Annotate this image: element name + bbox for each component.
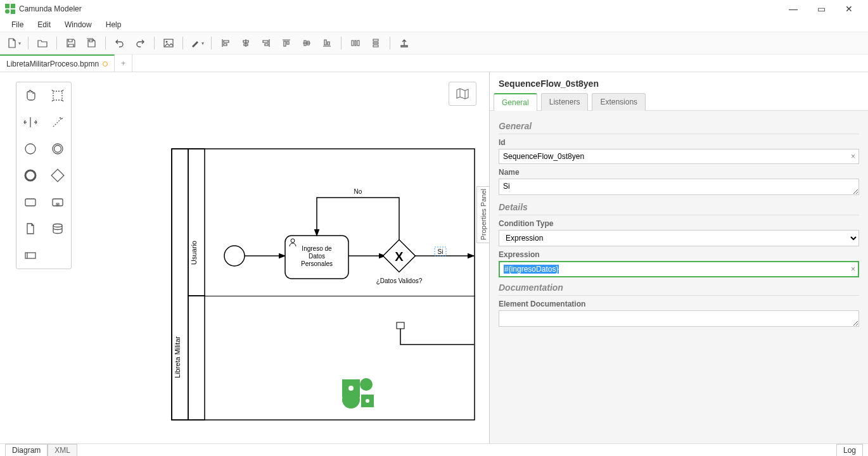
svg-rect-6 — [352, 41, 354, 46]
tab-extensions[interactable]: Extensions — [592, 93, 646, 111]
palette-gateway[interactable] — [44, 162, 71, 189]
group-documentation: Documentation — [499, 282, 859, 296]
align-right-button[interactable] — [257, 34, 275, 52]
palette-task[interactable] — [16, 189, 44, 215]
window-title: Camunda Modeler — [19, 4, 82, 13]
toolbar: ▾ ▾ — [0, 32, 868, 54]
canvas[interactable]: Properties Panel Libreta Militar Usuario… — [0, 72, 489, 443]
palette-group[interactable] — [44, 242, 71, 269]
tab-file-label: LibretaMilitarProceso.bpmn — [6, 60, 99, 68]
select-condition-type[interactable]: Expression — [499, 230, 859, 246]
svg-rect-8 — [357, 41, 359, 46]
main-area: Properties Panel Libreta Militar Usuario… — [0, 72, 868, 443]
distribute-v-button[interactable] — [367, 34, 385, 52]
svg-point-39 — [360, 378, 373, 391]
menu-edit[interactable]: Edit — [32, 19, 56, 30]
properties-panel-toggle[interactable]: Properties Panel — [476, 186, 489, 243]
bottom-tab-diagram[interactable]: Diagram — [5, 444, 48, 457]
distribute-h-button[interactable] — [347, 34, 364, 52]
menu-file[interactable]: File — [6, 19, 29, 30]
gateway-datos-validos[interactable]: X — [383, 240, 416, 272]
save-all-button[interactable] — [82, 34, 100, 52]
label-element-doc: Element Documentation — [499, 300, 859, 308]
open-file-button[interactable] — [34, 34, 51, 52]
bpmn-diagram: Libreta Militar Usuario Ingreso de Datos… — [171, 148, 475, 421]
palette — [16, 82, 72, 269]
svg-text:Personales: Personales — [301, 260, 333, 267]
align-bottom-button[interactable] — [318, 34, 336, 52]
group-general: General — [499, 121, 859, 134]
align-middle-button[interactable] — [298, 34, 316, 52]
svg-rect-1 — [11, 4, 15, 8]
close-button[interactable]: ✕ — [835, 0, 863, 18]
task-ingreso-label-1: Ingreso de — [302, 245, 332, 252]
palette-space-tool[interactable] — [16, 109, 44, 136]
label-name: Name — [499, 168, 859, 177]
color-button[interactable]: ▾ — [188, 34, 206, 52]
svg-point-16 — [25, 170, 35, 180]
gateway-label: ¿Datos Validos? — [376, 277, 423, 284]
input-id[interactable] — [499, 149, 859, 164]
palette-intermediate-event[interactable] — [44, 136, 71, 162]
properties-element-name: SequenceFlow_0st8yen — [490, 72, 868, 92]
properties-tabs: General Listeners Extensions — [490, 92, 868, 111]
input-name[interactable]: Si — [499, 179, 859, 195]
menu-help[interactable]: Help — [101, 19, 127, 30]
image-button[interactable] — [160, 34, 177, 52]
svg-point-13 — [25, 144, 35, 154]
palette-data-store[interactable] — [44, 215, 71, 242]
camunda-logo-icon — [342, 378, 374, 408]
palette-end-event[interactable] — [16, 162, 44, 189]
bottombar: Diagram XML Log — [0, 443, 868, 456]
svg-rect-17 — [51, 169, 64, 182]
tab-general[interactable]: General — [494, 93, 537, 111]
svg-rect-10 — [373, 42, 378, 44]
minimap-button[interactable] — [449, 82, 476, 106]
maximize-button[interactable]: ▭ — [807, 0, 835, 18]
palette-subprocess[interactable] — [44, 189, 71, 215]
palette-hand-tool[interactable] — [16, 82, 44, 109]
deploy-button[interactable] — [395, 34, 413, 52]
tab-file[interactable]: LibretaMilitarProceso.bpmn — [0, 54, 115, 72]
svg-rect-7 — [355, 41, 356, 46]
svg-rect-24 — [172, 149, 188, 420]
svg-rect-37 — [397, 322, 404, 329]
input-element-doc[interactable] — [499, 310, 859, 327]
clear-id-icon[interactable]: × — [851, 152, 855, 161]
palette-connect-tool[interactable] — [44, 109, 71, 136]
palette-start-event[interactable] — [16, 136, 44, 162]
tab-listeners[interactable]: Listeners — [541, 93, 589, 111]
palette-participant[interactable] — [16, 242, 44, 269]
svg-rect-0 — [5, 4, 10, 8]
svg-rect-27 — [205, 296, 475, 296]
dirty-indicator-icon — [103, 61, 108, 66]
bottom-log-button[interactable]: Log — [836, 444, 863, 457]
redo-button[interactable] — [131, 34, 149, 52]
svg-rect-25 — [188, 149, 205, 296]
save-button[interactable] — [62, 34, 80, 52]
menu-window[interactable]: Window — [60, 19, 97, 30]
clear-expression-icon[interactable]: × — [851, 265, 855, 274]
pool-label: Libreta Militar — [174, 336, 181, 378]
lane-user-label: Usuario — [190, 241, 198, 265]
new-file-button[interactable]: ▾ — [5, 34, 23, 52]
svg-rect-23 — [172, 149, 475, 420]
group-details: Details — [499, 202, 859, 215]
palette-data-object[interactable] — [16, 215, 44, 242]
start-event[interactable] — [224, 246, 245, 266]
svg-point-21 — [53, 224, 62, 227]
palette-lasso-tool[interactable] — [44, 82, 71, 109]
align-top-button[interactable] — [278, 34, 295, 52]
svg-rect-3 — [11, 10, 15, 14]
align-center-button[interactable] — [237, 34, 255, 52]
align-left-button[interactable] — [217, 34, 234, 52]
svg-rect-11 — [373, 45, 378, 47]
minimize-button[interactable]: — — [779, 0, 807, 18]
bottom-tab-xml[interactable]: XML — [48, 444, 77, 457]
svg-point-2 — [5, 10, 10, 14]
tabbar: LibretaMilitarProceso.bpmn + — [0, 54, 868, 72]
undo-button[interactable] — [111, 34, 129, 52]
new-tab-button[interactable]: + — [115, 54, 132, 72]
label-id: Id — [499, 138, 859, 147]
input-expression[interactable]: #{ingresoDatos} — [499, 261, 859, 277]
